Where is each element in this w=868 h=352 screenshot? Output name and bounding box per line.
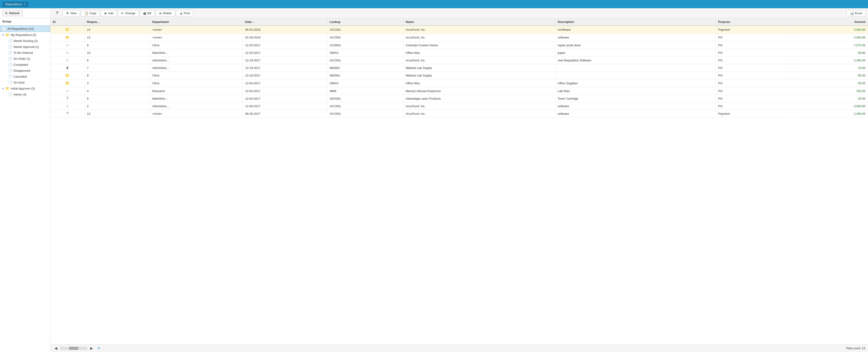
sidebar-item-label: On Order (1) [13,57,30,60]
requisition-cell: 5 [85,95,150,102]
main-toolbar: ?👁View📋Copy⊕Add✏Change▦Bill⊖Delete🖨Print… [50,8,868,18]
add-button[interactable]: ⊕Add [101,10,117,17]
sidebar-item-to-be-ordered[interactable]: 📄To Be Ordered [0,50,50,56]
status-cell: ○ [50,49,85,57]
sidebar-item-completed[interactable]: 📄Completed [0,62,50,67]
amount-cell: 10.00 [792,64,868,72]
department-cell: Administra… [150,102,243,110]
department-cell: <none> [150,34,243,41]
purpose-cell: PO [716,57,792,64]
table-row[interactable]: ○2Administra…11-09-2017ACC001AccuFund, I… [50,102,868,110]
status-cell: ○ [50,102,85,110]
change-label: Change [125,11,135,15]
date-cell: 12-04-2017 [243,87,327,95]
table-row[interactable]: ○6Administra…12-18-2017ACC001AccuFund, I… [50,57,868,64]
sidebar-item-initial-approver[interactable]: ▼📁Initial Approver (3) [0,85,50,91]
table-row[interactable]: 📁8Clinic12-18-2017MID001Mideast Lab Supp… [50,72,868,80]
table-row[interactable]: ○4Research12-04-2017MMEManny's Mouse Emp… [50,87,868,95]
table-row[interactable]: ○9Clinic12-20-2017CCD001Colorado Custom … [50,41,868,49]
table-row[interactable]: ⧗7Administra…12-18-2017MID001Mideast Lab… [50,64,868,72]
requisition-cell: 13 [85,34,150,41]
description-cell: Lab Rats [555,87,716,95]
view-button[interactable]: 👁View [62,10,80,17]
status-cell: ⧗ [50,64,85,72]
name-cell: AccuFund, Inc. [403,26,556,34]
sidebar-item-admin[interactable]: 📄Admin (3) [0,91,50,97]
sidebar-item-on-hold[interactable]: 📄On Hold [0,80,50,85]
scrollbar-track[interactable] [60,347,87,350]
delete-button[interactable]: ⊖Delete [156,10,175,17]
date-cell: 02-28-2018 [243,34,327,41]
refresh-button[interactable]: ↻ Refresh [2,10,23,16]
col-header-purpose[interactable]: Purpose [716,18,792,26]
sidebar-item-cancelled[interactable]: 📄Cancelled [0,74,50,80]
sidebar-item-needs-approval[interactable]: 📄Needs Approval (1) [0,44,50,50]
col-header-amount[interactable]: Amount [792,18,868,26]
table-row[interactable]: 📁14<none>06-02-2018ACC001AccuFund, Inc.s… [50,26,868,34]
sidebar-tree: 📄All Requisitions (14)▼📁My Requisitions … [0,24,50,352]
nav-next-button[interactable]: ▶ [89,346,94,351]
requisition-cell: 2 [85,102,150,110]
col-header-date[interactable]: Date ↓ [243,18,327,26]
description-cell: software [555,110,716,117]
sidebar-item-all-requisitions[interactable]: 📄All Requisitions (14) [0,25,50,32]
department-cell: MainStHo… [150,49,243,57]
change-button[interactable]: ✏Change [118,10,139,17]
amount-cell: 2,500.00 [792,26,868,34]
copy-button[interactable]: 📋Copy [81,10,100,17]
purpose-cell: PO [716,72,792,80]
col-header-name[interactable]: Name [403,18,556,26]
table-row[interactable]: ○10MainStHo…12-20-2017OMAXOffice Maxpape… [50,49,868,57]
sidebar-item-on-order[interactable]: 📄On Order (1) [0,56,50,62]
department-cell: <none> [150,26,243,34]
requisition-cell: 14 [85,26,150,34]
table-row[interactable]: ?12<none>06-30-2017ACC001AccuFund, Inc.s… [50,110,868,117]
sidebar-item-label: Disapproved [13,69,30,72]
refresh-small-button[interactable]: ↻ [97,346,100,350]
name-cell: AccuFund, Inc. [403,57,556,64]
tab-requisitions[interactable]: Requisitions × [2,2,29,7]
lookup-cell: OMAX [327,49,403,57]
purpose-cell: PO [716,87,792,95]
description-cell: software [555,102,716,110]
col-header-description[interactable]: Description [555,18,716,26]
sidebar-item-disapproved[interactable]: 📄Disapproved [0,67,50,74]
purpose-cell: PO [716,49,792,57]
bill-button[interactable]: ▦Bill [140,10,155,17]
add-label: Add [108,11,113,15]
table-row[interactable]: ?5MainStHo…12-04-2017ADV001Advantage Las… [50,95,868,102]
sidebar-item-label: Needs Routing (3) [13,39,38,42]
folder-icon: 📄 [2,27,6,30]
sidebar-item-label: Needs Approval (1) [13,45,39,49]
requisition-cell: 9 [85,41,150,49]
copy-icon: 📋 [85,11,88,15]
sidebar-item-my-requisitions[interactable]: ▼📁My Requisitions (5) [0,32,50,38]
department-cell: MainStHo… [150,95,243,102]
main-content: ?👁View📋Copy⊕Add✏Change▦Bill⊖Delete🖨Print… [50,8,868,352]
amount-cell: 2,000.00 [792,34,868,41]
sidebar-item-label: To Be Ordered [13,51,33,55]
lookup-cell: ACC001 [327,34,403,41]
description-cell: sonftware [555,26,716,34]
purpose-cell: Payment [716,110,792,117]
nav-prev-button[interactable]: ◀ [53,346,59,351]
table-row[interactable]: 📁13<none>02-28-2018ACC001AccuFund, Inc.s… [50,34,868,41]
table-row[interactable]: 📁3Clinic12-04-2017OMAXOffice MaxOffice S… [50,80,868,87]
excel-button[interactable]: 📊Excel [846,10,866,17]
bill-label: Bill [147,11,151,15]
bottom-bar: ◀ ▶ ↻ Total count: 14 [50,344,868,352]
help-button[interactable]: ? [53,10,62,17]
col-header-department[interactable]: Department [150,18,243,26]
print-button[interactable]: 🖨Print [176,10,193,17]
status-cell: ? [50,95,85,102]
col-header-requisition[interactable]: Requis… [85,18,150,26]
col-header-lookup[interactable]: Lookup [327,18,403,26]
name-cell: AccuFund, Inc. [403,102,556,110]
date-cell: 12-20-2017 [243,49,327,57]
close-tab-button[interactable]: × [24,3,25,5]
description-cell: Toner Cartridge [555,95,716,102]
sidebar-item-needs-routing[interactable]: 📄Needs Routing (3) [0,38,50,44]
lookup-cell: ACC001 [327,102,403,110]
date-cell: 12-18-2017 [243,57,327,64]
col-header-st[interactable]: St [50,18,85,26]
